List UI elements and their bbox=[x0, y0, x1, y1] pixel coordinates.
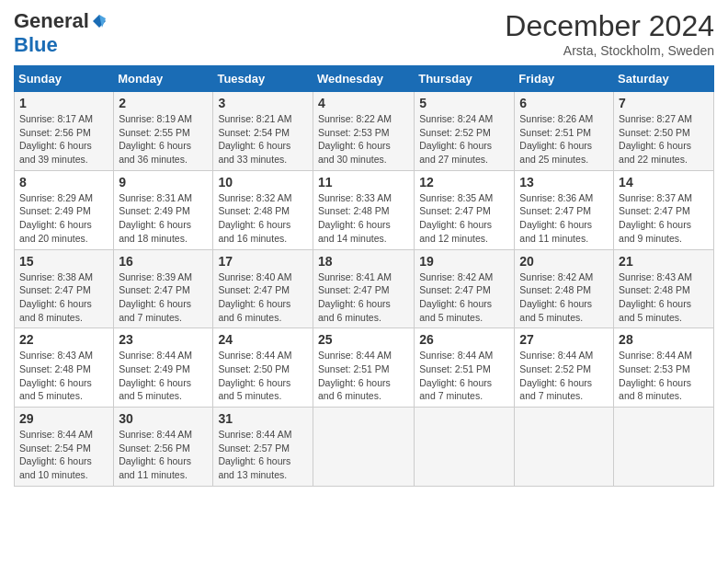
day-number: 13 bbox=[519, 175, 609, 190]
calendar-cell: 12Sunrise: 8:35 AM Sunset: 2:47 PM Dayli… bbox=[415, 170, 515, 249]
day-info: Sunrise: 8:41 AM Sunset: 2:47 PM Dayligh… bbox=[318, 270, 409, 325]
calendar-cell: 29Sunrise: 8:44 AM Sunset: 2:54 PM Dayli… bbox=[15, 408, 114, 487]
calendar-cell: 25Sunrise: 8:44 AM Sunset: 2:51 PM Dayli… bbox=[313, 328, 414, 408]
day-info: Sunrise: 8:35 AM Sunset: 2:47 PM Dayligh… bbox=[419, 191, 509, 246]
day-number: 31 bbox=[218, 411, 308, 426]
day-number: 11 bbox=[318, 175, 409, 190]
calendar-cell: 30Sunrise: 8:44 AM Sunset: 2:56 PM Dayli… bbox=[114, 408, 213, 487]
calendar-cell: 27Sunrise: 8:44 AM Sunset: 2:52 PM Dayli… bbox=[515, 328, 614, 408]
calendar-cell: 11Sunrise: 8:33 AM Sunset: 2:48 PM Dayli… bbox=[313, 170, 414, 249]
calendar-cell: 20Sunrise: 8:42 AM Sunset: 2:48 PM Dayli… bbox=[515, 249, 614, 328]
day-info: Sunrise: 8:21 AM Sunset: 2:54 PM Dayligh… bbox=[218, 112, 308, 167]
day-number: 25 bbox=[318, 332, 409, 347]
day-info: Sunrise: 8:44 AM Sunset: 2:51 PM Dayligh… bbox=[318, 349, 409, 403]
day-info: Sunrise: 8:40 AM Sunset: 2:47 PM Dayligh… bbox=[218, 270, 308, 325]
day-number: 12 bbox=[419, 175, 509, 190]
day-number: 21 bbox=[619, 254, 709, 269]
day-info: Sunrise: 8:33 AM Sunset: 2:48 PM Dayligh… bbox=[318, 191, 409, 246]
location-subtitle: Arsta, Stockholm, Sweden bbox=[505, 43, 714, 58]
day-number: 5 bbox=[419, 96, 509, 110]
col-friday: Friday bbox=[515, 66, 614, 92]
calendar-cell: 1Sunrise: 8:17 AM Sunset: 2:56 PM Daylig… bbox=[15, 92, 114, 171]
calendar-cell: 15Sunrise: 8:38 AM Sunset: 2:47 PM Dayli… bbox=[15, 249, 114, 328]
day-number: 8 bbox=[19, 175, 108, 190]
logo-icon bbox=[91, 13, 108, 29]
calendar-week-2: 8Sunrise: 8:29 AM Sunset: 2:49 PM Daylig… bbox=[15, 170, 714, 249]
day-info: Sunrise: 8:38 AM Sunset: 2:47 PM Dayligh… bbox=[19, 270, 108, 325]
calendar-cell: 8Sunrise: 8:29 AM Sunset: 2:49 PM Daylig… bbox=[15, 170, 114, 249]
day-info: Sunrise: 8:36 AM Sunset: 2:47 PM Dayligh… bbox=[519, 191, 609, 246]
col-saturday: Saturday bbox=[614, 66, 714, 92]
col-monday: Monday bbox=[114, 66, 213, 92]
month-title: December 2024 bbox=[505, 9, 714, 43]
logo-general-text: General bbox=[14, 9, 89, 33]
calendar-cell: 13Sunrise: 8:36 AM Sunset: 2:47 PM Dayli… bbox=[515, 170, 614, 249]
col-wednesday: Wednesday bbox=[313, 66, 414, 92]
calendar-header-row: Sunday Monday Tuesday Wednesday Thursday… bbox=[15, 66, 714, 92]
calendar-cell: 19Sunrise: 8:42 AM Sunset: 2:47 PM Dayli… bbox=[415, 249, 515, 328]
calendar-cell: 4Sunrise: 8:22 AM Sunset: 2:53 PM Daylig… bbox=[313, 92, 414, 171]
calendar-cell: 17Sunrise: 8:40 AM Sunset: 2:47 PM Dayli… bbox=[213, 249, 313, 328]
day-number: 23 bbox=[119, 332, 208, 347]
calendar-cell bbox=[313, 408, 414, 487]
logo: General Blue bbox=[14, 9, 108, 57]
day-number: 15 bbox=[19, 254, 108, 269]
calendar-week-1: 1Sunrise: 8:17 AM Sunset: 2:56 PM Daylig… bbox=[15, 92, 714, 171]
day-number: 26 bbox=[419, 332, 509, 347]
day-number: 29 bbox=[19, 411, 108, 426]
day-number: 24 bbox=[218, 332, 308, 347]
calendar-cell bbox=[614, 408, 714, 487]
calendar-cell: 26Sunrise: 8:44 AM Sunset: 2:51 PM Dayli… bbox=[415, 328, 515, 408]
day-number: 2 bbox=[119, 96, 208, 110]
day-info: Sunrise: 8:24 AM Sunset: 2:52 PM Dayligh… bbox=[419, 112, 509, 167]
day-number: 20 bbox=[519, 254, 609, 269]
day-number: 10 bbox=[218, 175, 308, 190]
calendar-cell: 31Sunrise: 8:44 AM Sunset: 2:57 PM Dayli… bbox=[213, 408, 313, 487]
calendar-week-5: 29Sunrise: 8:44 AM Sunset: 2:54 PM Dayli… bbox=[15, 408, 714, 487]
day-info: Sunrise: 8:44 AM Sunset: 2:57 PM Dayligh… bbox=[218, 428, 308, 482]
day-info: Sunrise: 8:44 AM Sunset: 2:56 PM Dayligh… bbox=[119, 428, 208, 482]
day-number: 27 bbox=[519, 332, 609, 347]
calendar-week-4: 22Sunrise: 8:43 AM Sunset: 2:48 PM Dayli… bbox=[15, 328, 714, 408]
calendar-cell: 14Sunrise: 8:37 AM Sunset: 2:47 PM Dayli… bbox=[614, 170, 714, 249]
day-info: Sunrise: 8:27 AM Sunset: 2:50 PM Dayligh… bbox=[619, 112, 709, 167]
day-info: Sunrise: 8:44 AM Sunset: 2:50 PM Dayligh… bbox=[218, 349, 308, 403]
calendar-week-3: 15Sunrise: 8:38 AM Sunset: 2:47 PM Dayli… bbox=[15, 249, 714, 328]
day-number: 18 bbox=[318, 254, 409, 269]
calendar-cell bbox=[515, 408, 614, 487]
calendar-cell: 23Sunrise: 8:44 AM Sunset: 2:49 PM Dayli… bbox=[114, 328, 213, 408]
day-info: Sunrise: 8:17 AM Sunset: 2:56 PM Dayligh… bbox=[19, 112, 108, 167]
day-number: 22 bbox=[19, 332, 108, 347]
day-number: 1 bbox=[19, 96, 108, 110]
col-thursday: Thursday bbox=[415, 66, 515, 92]
day-number: 7 bbox=[619, 96, 709, 110]
calendar-cell: 3Sunrise: 8:21 AM Sunset: 2:54 PM Daylig… bbox=[213, 92, 313, 171]
day-info: Sunrise: 8:32 AM Sunset: 2:48 PM Dayligh… bbox=[218, 191, 308, 246]
day-info: Sunrise: 8:43 AM Sunset: 2:48 PM Dayligh… bbox=[19, 349, 108, 403]
day-info: Sunrise: 8:44 AM Sunset: 2:53 PM Dayligh… bbox=[619, 349, 709, 403]
calendar-cell: 10Sunrise: 8:32 AM Sunset: 2:48 PM Dayli… bbox=[213, 170, 313, 249]
day-number: 6 bbox=[519, 96, 609, 110]
calendar-cell: 9Sunrise: 8:31 AM Sunset: 2:49 PM Daylig… bbox=[114, 170, 213, 249]
day-number: 9 bbox=[119, 175, 208, 190]
calendar-cell: 16Sunrise: 8:39 AM Sunset: 2:47 PM Dayli… bbox=[114, 249, 213, 328]
day-number: 19 bbox=[419, 254, 509, 269]
day-info: Sunrise: 8:44 AM Sunset: 2:52 PM Dayligh… bbox=[519, 349, 609, 403]
day-number: 14 bbox=[619, 175, 709, 190]
page-header: General Blue December 2024 Arsta, Stockh… bbox=[14, 9, 714, 58]
day-info: Sunrise: 8:43 AM Sunset: 2:48 PM Dayligh… bbox=[619, 270, 709, 325]
day-info: Sunrise: 8:44 AM Sunset: 2:49 PM Dayligh… bbox=[119, 349, 208, 403]
day-info: Sunrise: 8:42 AM Sunset: 2:48 PM Dayligh… bbox=[519, 270, 609, 325]
day-info: Sunrise: 8:44 AM Sunset: 2:54 PM Dayligh… bbox=[19, 428, 108, 482]
calendar-cell bbox=[415, 408, 515, 487]
calendar-cell: 2Sunrise: 8:19 AM Sunset: 2:55 PM Daylig… bbox=[114, 92, 213, 171]
calendar-cell: 6Sunrise: 8:26 AM Sunset: 2:51 PM Daylig… bbox=[515, 92, 614, 171]
day-info: Sunrise: 8:19 AM Sunset: 2:55 PM Dayligh… bbox=[119, 112, 208, 167]
calendar-cell: 21Sunrise: 8:43 AM Sunset: 2:48 PM Dayli… bbox=[614, 249, 714, 328]
calendar-cell: 7Sunrise: 8:27 AM Sunset: 2:50 PM Daylig… bbox=[614, 92, 714, 171]
day-info: Sunrise: 8:37 AM Sunset: 2:47 PM Dayligh… bbox=[619, 191, 709, 246]
logo-blue-text: Blue bbox=[14, 33, 58, 56]
day-number: 28 bbox=[619, 332, 709, 347]
day-info: Sunrise: 8:31 AM Sunset: 2:49 PM Dayligh… bbox=[119, 191, 208, 246]
title-block: December 2024 Arsta, Stockholm, Sweden bbox=[505, 9, 714, 58]
